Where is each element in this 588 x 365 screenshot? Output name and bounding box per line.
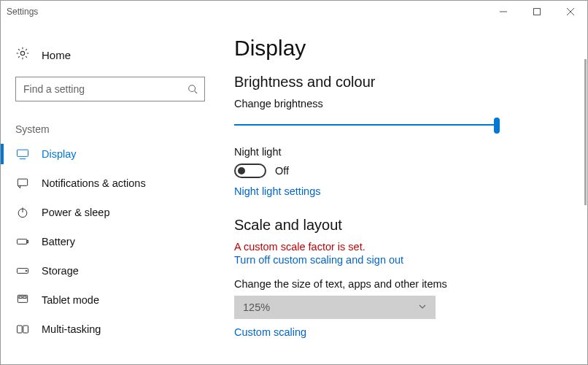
search-input[interactable] — [16, 83, 181, 95]
search-icon — [181, 84, 204, 94]
svg-rect-19 — [18, 326, 23, 333]
svg-rect-12 — [18, 239, 27, 245]
svg-rect-13 — [27, 240, 28, 242]
brightness-slider[interactable] — [234, 115, 497, 136]
scale-dropdown[interactable]: 125% — [234, 296, 436, 319]
search-box[interactable] — [15, 77, 205, 101]
section-brightness: Brightness and colour — [234, 74, 558, 91]
nav-item-battery[interactable]: Battery — [1, 227, 220, 256]
nav-item-multitasking[interactable]: Multi-tasking — [1, 315, 220, 344]
turn-off-custom-scaling-link[interactable]: Turn off custom scaling and sign out — [234, 254, 403, 266]
night-light-state: Off — [275, 165, 289, 177]
chevron-down-icon — [418, 301, 427, 313]
titlebar: Settings — [1, 1, 587, 23]
nav-item-storage[interactable]: Storage — [1, 256, 220, 285]
sidebar: Home System Display Notifications & acti… — [1, 23, 220, 365]
nav-item-tablet[interactable]: Tablet mode — [1, 285, 220, 315]
nav-label: Multi-tasking — [42, 323, 101, 335]
gear-icon — [15, 46, 30, 64]
nav-item-power[interactable]: Power & sleep — [1, 198, 220, 227]
svg-rect-9 — [18, 179, 27, 185]
tablet-icon — [15, 293, 30, 307]
svg-point-15 — [26, 270, 27, 272]
nav-label: Display — [42, 148, 77, 160]
scale-label: Change the size of text, apps and other … — [234, 278, 558, 290]
power-icon — [15, 205, 30, 220]
svg-rect-20 — [23, 326, 28, 333]
minimize-button[interactable] — [487, 1, 520, 23]
window-title: Settings — [7, 7, 38, 17]
svg-rect-7 — [18, 150, 28, 156]
scale-warning: A custom scale factor is set. — [234, 241, 558, 253]
nav-item-display[interactable]: Display — [1, 139, 220, 169]
section-scale: Scale and layout — [234, 217, 558, 234]
main-panel: Display Brightness and colour Change bri… — [220, 23, 587, 365]
svg-line-6 — [195, 91, 198, 94]
svg-point-5 — [189, 85, 196, 92]
nav-item-notifications[interactable]: Notifications & actions — [1, 169, 220, 198]
nav-label: Storage — [42, 265, 79, 277]
battery-icon — [15, 234, 30, 249]
close-button[interactable] — [554, 1, 587, 23]
night-light-toggle[interactable] — [234, 164, 266, 178]
svg-rect-17 — [19, 296, 22, 299]
nav-label: Battery — [42, 236, 75, 247]
nav-label: Power & sleep — [42, 207, 110, 218]
home-label: Home — [42, 49, 71, 61]
notifications-icon — [15, 176, 30, 191]
nav-label: Tablet mode — [42, 294, 99, 306]
page-title: Display — [234, 36, 558, 61]
group-label: System — [15, 123, 220, 135]
brightness-label: Change brightness — [234, 98, 558, 110]
storage-icon — [15, 264, 30, 278]
custom-scaling-link[interactable]: Custom scaling — [234, 326, 306, 338]
multitasking-icon — [15, 322, 30, 337]
display-icon — [15, 147, 30, 161]
maximize-button[interactable] — [520, 1, 554, 23]
svg-point-4 — [20, 51, 24, 55]
nav-label: Notifications & actions — [42, 177, 146, 189]
svg-rect-18 — [23, 296, 26, 299]
home-button[interactable]: Home — [1, 40, 220, 69]
night-light-label: Night light — [234, 146, 558, 158]
scrollbar[interactable] — [584, 59, 587, 205]
caption-buttons — [487, 1, 587, 23]
svg-rect-1 — [534, 9, 541, 15]
scale-value: 125% — [243, 301, 270, 313]
night-light-settings-link[interactable]: Night light settings — [234, 185, 320, 197]
